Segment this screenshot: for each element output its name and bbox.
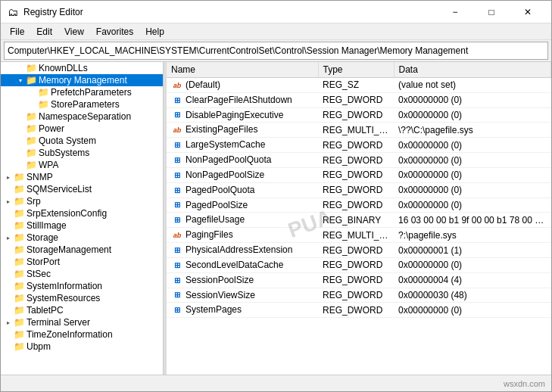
value-name: ⊞SessionViewSize [167, 288, 318, 303]
table-row[interactable]: ⊞NonPagedPoolSizeREG_DWORD0x00000000 (0) [167, 167, 551, 182]
grid-icon: ⊞ [171, 290, 183, 300]
value-data: 0x00000000 (0) [394, 92, 551, 107]
value-type: REG_SZ [318, 78, 394, 93]
value-type: REG_DWORD [318, 198, 394, 213]
value-name: ⊞PagefileUsage [167, 213, 318, 228]
value-name: ⊞SystemPages [167, 303, 318, 318]
table-row[interactable]: ⊞PagedPoolSizeREG_DWORD0x00000000 (0) [167, 198, 551, 213]
tree-item[interactable]: ▸📁Storage [1, 232, 163, 244]
tree-item[interactable]: 📁Quota System [1, 135, 163, 147]
main-content: 📁KnownDLLs▾📁Memory Management📁PrefetchPa… [1, 61, 551, 375]
tree-item[interactable]: 📁SubSystems [1, 147, 163, 159]
table-row[interactable]: ⊞NonPagedPoolQuotaREG_DWORD0x00000000 (0… [167, 153, 551, 168]
table-row[interactable]: ab(Default)REG_SZ(value not set) [167, 78, 551, 93]
value-type: REG_MULTI_SZ [318, 123, 394, 138]
tree-item[interactable]: 📁KnownDLLs [1, 62, 163, 74]
table-row[interactable]: ⊞SystemPagesREG_DWORD0x00000000 (0) [167, 303, 551, 318]
registry-editor-window: 🗂 Registry Editor − □ ✕ File Edit View F… [0, 0, 552, 392]
tree-expander-icon: ▸ [4, 235, 13, 241]
folder-icon: 📁 [13, 232, 25, 243]
menu-help[interactable]: Help [139, 25, 170, 38]
tree-item[interactable]: 📁WPA [1, 159, 163, 171]
tree-expander-icon: ▸ [4, 174, 13, 181]
folder-icon: 📁 [13, 305, 25, 316]
window-title: Registry Editor [23, 7, 438, 17]
tree-item[interactable]: ▸📁Terminal Server [1, 316, 163, 328]
tree-item-label: StSec [27, 269, 51, 279]
tree-item[interactable]: 📁SystemInformation [1, 280, 163, 292]
value-name: ⊞PagedPoolSize [167, 198, 318, 213]
menu-view[interactable]: View [58, 25, 90, 38]
tree-item[interactable]: ▾📁Memory Management [1, 74, 163, 86]
tree-item[interactable]: 📁TimeZoneInformation [1, 328, 163, 341]
menu-file[interactable]: File [4, 25, 30, 38]
address-bar[interactable]: Computer\HKEY_LOCAL_MACHINE\SYSTEM\Curre… [4, 42, 548, 60]
values-panel[interactable]: Name Type Data ab(Default)REG_SZ(value n… [167, 62, 551, 375]
minimize-button[interactable]: − [438, 5, 472, 20]
folder-icon: 📁 [13, 257, 25, 267]
tree-item-label: Srp [27, 196, 41, 207]
grid-icon: ⊞ [171, 155, 183, 166]
address-path: Computer\HKEY_LOCAL_MACHINE\SYSTEM\Curre… [8, 45, 468, 56]
menu-favorites[interactable]: Favorites [90, 25, 139, 38]
folder-icon: 📁 [25, 148, 37, 158]
table-row[interactable]: ⊞LargeSystemCacheREG_DWORD0x00000000 (0) [167, 138, 551, 153]
table-row[interactable]: abPagingFilesREG_MULTI_SZ?:\pagefile.sys [167, 228, 551, 243]
value-data: 0x00000000 (0) [394, 107, 551, 123]
tree-item[interactable]: 📁StorageManagement [1, 244, 163, 256]
folder-icon: 📁 [13, 281, 25, 291]
tree-item-label: SNMP [27, 172, 53, 182]
grid-icon: ⊞ [171, 215, 183, 226]
tree-item-label: SubSystems [39, 148, 89, 158]
maximize-button[interactable]: □ [474, 5, 509, 20]
tree-item[interactable]: 📁SrpExtensionConfig [1, 207, 163, 219]
tree-item[interactable]: ▸📁Srp [1, 195, 163, 207]
tree-expander-icon: ▸ [4, 319, 13, 326]
tree-item[interactable]: 📁StoreParameters [1, 98, 163, 110]
value-data: \??\C:\pagefile.sys [394, 123, 551, 138]
tree-item[interactable]: 📁Ubpm [1, 341, 163, 353]
table-row[interactable]: ⊞DisablePagingExecutiveREG_DWORD0x000000… [167, 107, 551, 123]
tree-item[interactable]: ▸📁SNMP [1, 171, 163, 183]
tree-item[interactable]: 📁SQMServiceList [1, 183, 163, 195]
tree-item-label: Storage [27, 232, 58, 243]
table-row[interactable]: ⊞ClearPageFileAtShutdownREG_DWORD0x00000… [167, 92, 551, 107]
tree-item[interactable]: 📁StillImage [1, 219, 163, 232]
value-name: ⊞ClearPageFileAtShutdown [167, 92, 318, 107]
tree-item[interactable]: 📁PrefetchParameters [1, 86, 163, 98]
tree-item[interactable]: 📁StorPort [1, 256, 163, 268]
value-name: ⊞DisablePagingExecutive [167, 107, 318, 123]
value-type: REG_DWORD [318, 243, 394, 258]
table-row[interactable]: abExistingPageFilesREG_MULTI_SZ\??\C:\pa… [167, 123, 551, 138]
value-data: 0x00000000 (0) [394, 198, 551, 213]
tree-item[interactable]: 📁StSec [1, 268, 163, 280]
tree-item-label: SrpExtensionConfig [27, 208, 107, 219]
value-name: abExistingPageFiles [167, 123, 318, 138]
tree-item[interactable]: 📁Power [1, 123, 163, 135]
grid-icon: ⊞ [171, 305, 183, 316]
tree-panel[interactable]: 📁KnownDLLs▾📁Memory Management📁PrefetchPa… [1, 62, 164, 375]
table-row[interactable]: ⊞SessionPoolSizeREG_DWORD0x00000004 (4) [167, 272, 551, 288]
tree-item-label: StoreParameters [51, 99, 120, 110]
table-row[interactable]: ⊞SessionViewSizeREG_DWORD0x00000030 (48) [167, 288, 551, 303]
tree-item[interactable]: 📁NamespaceSeparation [1, 110, 163, 123]
ab-icon: ab [171, 80, 183, 91]
tree-item[interactable]: 📁TabletPC [1, 304, 163, 316]
value-data: 0x00000004 (4) [394, 272, 551, 288]
folder-icon: 📁 [13, 196, 25, 207]
value-data: 0x00000000 (0) [394, 303, 551, 318]
value-data: 0x00000000 (0) [394, 182, 551, 198]
ab-icon: ab [171, 125, 183, 135]
value-data: 0x00000000 (0) [394, 153, 551, 168]
footer-text: wsxdn.com [504, 379, 545, 388]
menu-edit[interactable]: Edit [30, 25, 58, 38]
table-row[interactable]: ⊞PhysicalAddressExtensionREG_DWORD0x0000… [167, 243, 551, 258]
close-button[interactable]: ✕ [510, 5, 545, 20]
table-row[interactable]: ⊞PagefileUsageREG_BINARY16 03 00 00 b1 9… [167, 213, 551, 228]
tree-item-label: SQMServiceList [27, 184, 92, 194]
table-row[interactable]: ⊞PagedPoolQuotaREG_DWORD0x00000000 (0) [167, 182, 551, 198]
value-type: REG_DWORD [318, 92, 394, 107]
tree-item[interactable]: 📁SystemResources [1, 292, 163, 304]
grid-icon: ⊞ [171, 200, 183, 210]
table-row[interactable]: ⊞SecondLevelDataCacheREG_DWORD0x00000000… [167, 257, 551, 272]
